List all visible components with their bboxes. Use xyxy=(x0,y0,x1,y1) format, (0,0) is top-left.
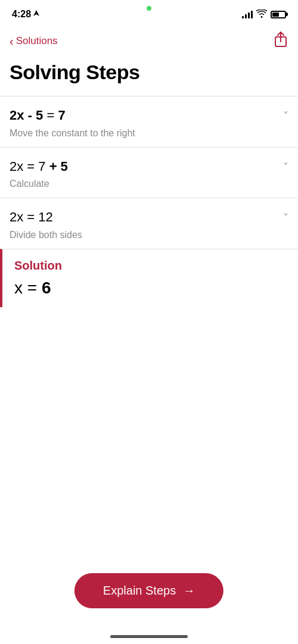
step-2-description: Calculate xyxy=(10,179,283,189)
step-3-equation: 2x = 12 xyxy=(10,209,283,226)
signal-bars-icon xyxy=(242,10,253,18)
signal-indicator xyxy=(147,6,151,11)
step-3-description: Divide both sides xyxy=(10,230,283,240)
step-item[interactable]: 2x = 12 Divide both sides ˅ xyxy=(0,198,298,249)
navigation-icon xyxy=(33,10,39,18)
steps-list: 2x - 5 = 7 Move the constant to the righ… xyxy=(0,96,298,307)
back-button[interactable]: ‹ Solutions xyxy=(10,35,58,47)
step-3-content: 2x = 12 Divide both sides xyxy=(10,209,283,240)
home-indicator xyxy=(110,635,188,638)
explain-steps-button[interactable]: Explain Steps → xyxy=(74,573,224,608)
page-title-section: Solving Steps xyxy=(0,58,298,96)
chevron-down-icon: ˅ xyxy=(283,110,288,123)
share-icon xyxy=(273,31,288,48)
status-bar: 4:28 xyxy=(0,0,298,26)
wifi-icon xyxy=(256,10,267,20)
step-2-equation: 2x = 7 + 5 xyxy=(10,158,283,176)
share-button[interactable] xyxy=(273,31,288,51)
page-title: Solving Steps xyxy=(10,61,288,84)
step-item[interactable]: 2x - 5 = 7 Move the constant to the righ… xyxy=(0,96,298,147)
step-1-description: Move the constant to the right xyxy=(10,128,283,139)
step-1-content: 2x - 5 = 7 Move the constant to the righ… xyxy=(10,107,283,139)
step-1-equation: 2x - 5 = 7 xyxy=(10,107,283,124)
explain-button-container: Explain Steps → xyxy=(74,573,224,608)
navigation-bar: ‹ Solutions xyxy=(0,26,298,58)
step-2-content: 2x = 7 + 5 Calculate xyxy=(10,158,283,190)
chevron-down-icon: ˅ xyxy=(283,161,288,174)
status-time: 4:28 xyxy=(12,9,39,20)
solution-equation: x = 6 xyxy=(14,279,288,298)
back-label: Solutions xyxy=(16,35,58,47)
solution-section: Solution x = 6 xyxy=(0,249,298,307)
chevron-down-icon: ˅ xyxy=(283,211,288,224)
battery-icon xyxy=(271,11,286,18)
arrow-icon: → xyxy=(183,584,195,598)
step-item[interactable]: 2x = 7 + 5 Calculate ˅ xyxy=(0,147,298,198)
solution-label: Solution xyxy=(14,259,288,273)
explain-steps-label: Explain Steps xyxy=(103,584,176,598)
status-icons xyxy=(242,10,286,20)
chevron-left-icon: ‹ xyxy=(10,35,14,47)
time-display: 4:28 xyxy=(12,9,31,20)
